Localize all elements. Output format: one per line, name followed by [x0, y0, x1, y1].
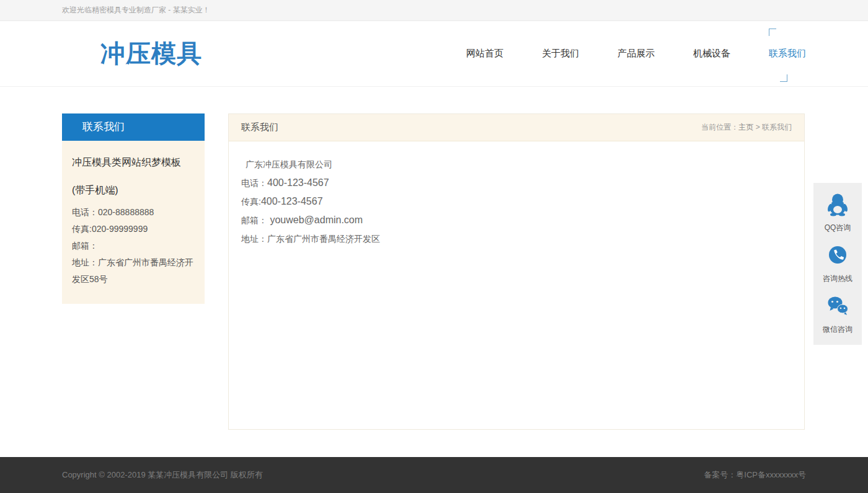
nav-item-about[interactable]: 关于我们	[542, 48, 579, 60]
contact-row-email: 邮箱： youweb@admin.com	[241, 211, 792, 229]
panel-header: 联系我们 当前位置：主页 > 联系我们	[229, 114, 804, 141]
page-title: 联系我们	[241, 122, 278, 133]
phone-icon	[825, 242, 850, 267]
nav-item-home[interactable]: 网站首页	[466, 48, 503, 60]
hotline-button[interactable]: 咨询热线	[813, 242, 862, 284]
contact-main-panel: 联系我们 当前位置：主页 > 联系我们 广东冲压模具有限公司 电话：400-12…	[228, 113, 805, 430]
qq-consult-label: QQ咨询	[813, 223, 862, 233]
corner-bracket-bottom-right-icon	[780, 74, 787, 82]
breadcrumb-separator: >	[756, 123, 760, 131]
main-nav: 网站首页 关于我们 产品展示 机械设备 联系我们	[428, 37, 806, 71]
nav-item-products[interactable]: 产品展示	[618, 48, 655, 60]
nav-item-contact[interactable]: 联系我们	[769, 37, 806, 71]
hotline-label: 咨询热线	[813, 273, 862, 284]
welcome-text: 欢迎光临精密模具专业制造厂家 - 某某实业！	[62, 6, 210, 14]
nav-item-equipment[interactable]: 机械设备	[693, 48, 730, 60]
corner-bracket-top-left-icon	[769, 29, 776, 36]
qq-icon	[825, 192, 850, 216]
company-name: 广东冲压模具有限公司	[241, 155, 792, 174]
contact-sidebar: 联系我们 冲压模具类网站织梦模板 (带手机端) 电话：020-88888888 …	[62, 113, 205, 304]
breadcrumb-prefix: 当前位置：	[701, 123, 738, 131]
wechat-icon	[825, 293, 850, 318]
sidebar-phone: 电话：020-88888888	[72, 204, 195, 221]
sidebar-body: 冲压模具类网站织梦模板 (带手机端) 电话：020-88888888 传真:02…	[62, 141, 205, 304]
site-header: 冲压模具 网站首页 关于我们 产品展示 机械设备 联系我们	[0, 21, 868, 87]
contact-row-address: 地址：广东省广州市番禺经济开发区	[241, 229, 792, 248]
panel-body: 广东冲压模具有限公司 电话：400-123-4567 传真:400-123-45…	[229, 141, 804, 429]
top-welcome-bar: 欢迎光临精密模具专业制造厂家 - 某某实业！	[0, 0, 868, 21]
sidebar-title: 联系我们	[62, 113, 205, 141]
page-content: 联系我们 冲压模具类网站织梦模板 (带手机端) 电话：020-88888888 …	[0, 87, 868, 457]
copyright-text: Copyright © 2002-2019 某某冲压模具有限公司 版权所有	[62, 469, 263, 481]
icp-number: 备案号：粤ICP备xxxxxxxx号	[704, 469, 806, 481]
breadcrumb-home-link[interactable]: 主页	[738, 123, 753, 131]
sidebar-address: 地址：广东省广州市番禺经济开发区58号	[72, 254, 195, 288]
sidebar-email: 邮箱：	[72, 238, 195, 254]
contact-row-phone: 电话：400-123-4567	[241, 174, 792, 192]
breadcrumb: 当前位置：主页 > 联系我们	[701, 122, 792, 133]
contact-row-fax: 传真:400-123-4567	[241, 192, 792, 211]
breadcrumb-current: 联系我们	[762, 123, 792, 131]
sidebar-intro-line1: 冲压模具类网站织梦模板	[72, 148, 195, 176]
sidebar-intro-line2: (带手机端)	[72, 176, 195, 204]
site-footer: Copyright © 2002-2019 某某冲压模具有限公司 版权所有 备案…	[0, 457, 868, 493]
sidebar-fax: 传真:020-99999999	[72, 221, 195, 238]
float-consult-panel: QQ咨询 咨询热线 微信咨询	[813, 183, 862, 345]
wechat-consult-label: 微信咨询	[813, 324, 862, 335]
site-logo[interactable]: 冲压模具	[100, 37, 202, 71]
qq-consult-button[interactable]: QQ咨询	[813, 192, 862, 233]
wechat-consult-button[interactable]: 微信咨询	[813, 293, 862, 335]
